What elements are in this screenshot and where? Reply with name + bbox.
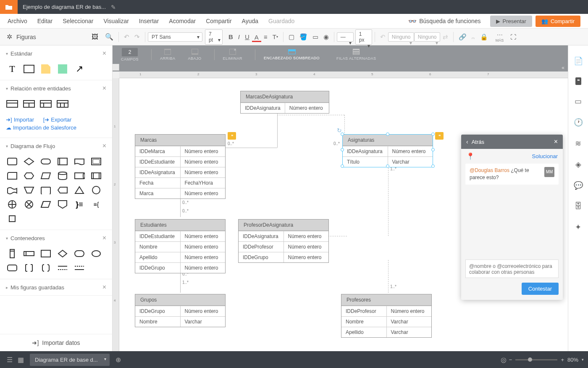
shape-c2[interactable] [23,249,35,259]
shape-c11[interactable] [73,263,86,273]
entity-profesor-asignatura[interactable]: ProfesorDeAsignatura IDDeAsignaturaNúmer… [238,219,329,263]
export-link[interactable]: [➜Exportar [43,116,72,123]
section-estandar[interactable]: ▾ Estándar × [0,45,112,61]
shape-f3[interactable] [39,156,52,167]
pin-icon[interactable]: 📍 [466,152,475,160]
shape-f15[interactable] [39,185,52,195]
more-button[interactable]: ⋯ MÁS [496,32,504,42]
selection-handle[interactable] [386,132,389,136]
eliminar-button[interactable]: × ELIMINAR [223,49,243,61]
redo-button[interactable]: ↷ [132,32,142,42]
menu-seleccionar[interactable]: Seleccionar [63,18,93,24]
menu-insertar[interactable]: Insertar [139,18,159,24]
shape-c3[interactable] [39,249,52,259]
comment-badge[interactable]: ❝ [435,132,444,140]
close-icon[interactable]: × [102,142,106,150]
shape-c9[interactable] [39,263,52,273]
close-icon[interactable]: × [102,50,106,57]
selection-handle[interactable] [341,148,344,151]
selection-handle[interactable] [341,164,344,168]
magnet-icon[interactable]: ⩋ [469,32,478,42]
shape-f25[interactable] [6,214,18,224]
shape-f6[interactable] [90,156,102,167]
shape-f10[interactable] [56,171,69,181]
selection-handle[interactable] [431,164,435,168]
back-icon[interactable]: ‹ [466,138,468,145]
search-icon[interactable]: 🔍 [105,33,113,41]
shape-f8[interactable] [23,171,35,181]
function-search[interactable]: 👓 Búsqueda de funciones [408,17,480,25]
line-width-select[interactable]: 1 px▾ [355,29,372,45]
shape-f18[interactable] [90,185,102,195]
shape-text[interactable]: T [6,64,18,74]
shape-f21[interactable] [39,199,52,209]
present-icon[interactable]: ▭ [575,97,582,106]
import-data-button[interactable]: ➜] Importar datos [0,334,112,351]
reply-input[interactable] [465,259,559,278]
entity-profesores[interactable]: Profesores IDDeProfesorNúmero entero Nom… [341,294,432,338]
abajo-button[interactable]: ABAJO [188,49,202,61]
shape-f5[interactable] [73,156,86,167]
share-button[interactable]: 👥 Compartir [536,16,580,27]
salesforce-link[interactable]: ☁Importación de Salesforce [6,124,76,131]
close-icon[interactable]: × [102,283,106,291]
shape-f16[interactable] [56,185,69,195]
data-icon[interactable]: ◈ [575,160,581,169]
history-icon[interactable]: 🕐 [574,118,583,127]
shape-c4[interactable] [56,249,69,259]
link-icon[interactable]: 🔗 [456,32,469,42]
shape-entity-4[interactable] [56,99,69,109]
border-button[interactable]: ▭ [310,32,321,42]
menu-compartir[interactable]: Compartir [206,18,231,24]
section-guardadas[interactable]: ▸ Mis figuras guardadas × [0,279,112,295]
shape-f4[interactable] [56,156,69,167]
entity-marcas-asignatura[interactable]: MarcasDeAsignatura IDDeAsignaturaNúmero … [240,91,329,114]
zoom-slider[interactable] [515,359,557,360]
folder-icon[interactable] [0,0,18,14]
text-color-button[interactable]: A [252,32,261,42]
present-button[interactable]: ▶ Presentar [490,16,532,27]
rotate-handle[interactable]: ↻ [337,127,342,134]
selection-handle[interactable] [386,164,389,168]
close-icon[interactable]: × [102,85,106,92]
selection-handle[interactable] [431,132,435,136]
line-start-select[interactable]: Ninguno▾ [388,32,414,42]
add-page-icon[interactable]: ⊕ [116,356,121,364]
shape-f12[interactable] [90,171,102,181]
menu-ayuda[interactable]: Ayuda [242,18,258,24]
section-relacion[interactable]: ▾ Relación entre entidades × [0,80,112,96]
shape-c1[interactable] [6,249,18,259]
encabezado-button[interactable]: ENCABEZADO SOMBREADO [264,49,320,60]
fill-button[interactable]: ▢ [286,32,297,42]
entity-asignaturas[interactable]: Asignaturas IDDeAsignaturaNúmero entero … [342,134,433,167]
shape-f19[interactable] [6,199,18,209]
shape-c7[interactable] [6,263,18,273]
line-style-select[interactable]: —▾ [337,32,354,42]
campos-input[interactable] [122,48,138,56]
shape-f23[interactable]: }≡ [73,199,86,209]
shape-f14[interactable] [23,185,35,195]
solve-button[interactable]: Solucionar [532,153,558,159]
zoom-control[interactable]: − + 80% ▾ [509,357,584,363]
zoom-level[interactable]: 80% [567,357,578,363]
zoom-in-icon[interactable]: + [561,357,564,363]
page-icon[interactable]: 📄 [574,56,583,66]
menu-visualizar[interactable]: Visualizar [103,18,129,24]
entity-marcas[interactable]: Marcas IDDeMarcaNúmero entero IDDeEstudi… [135,134,226,199]
filas-button[interactable]: FILAS ALTERNADAS [336,49,376,61]
shape-f11[interactable] [73,171,86,181]
entity-estudiantes[interactable]: Estudiantes IDDeEstudianteNúmero entero … [135,219,226,273]
shape-entity-3[interactable] [39,99,52,109]
shape-c8[interactable] [23,263,35,273]
font-size-select[interactable]: 7 pt▾ [205,29,223,45]
menu-acomodar[interactable]: Acomodar [169,18,196,24]
entity-grupos[interactable]: Grupos IDDeGrupoNúmero entero NombreVarc… [135,294,226,327]
shape-f22[interactable] [56,199,69,209]
comment-icon[interactable]: ❝ [575,77,581,85]
shape-style-button[interactable]: ◉ [321,32,331,42]
italic-button[interactable]: I [236,32,242,42]
image-icon[interactable]: 🖼 [92,33,98,41]
target-icon[interactable]: ◎ [501,356,507,364]
section-contenedores[interactable]: ▾ Contenedores × [0,230,112,246]
undo-button[interactable]: ↶ [121,32,132,42]
